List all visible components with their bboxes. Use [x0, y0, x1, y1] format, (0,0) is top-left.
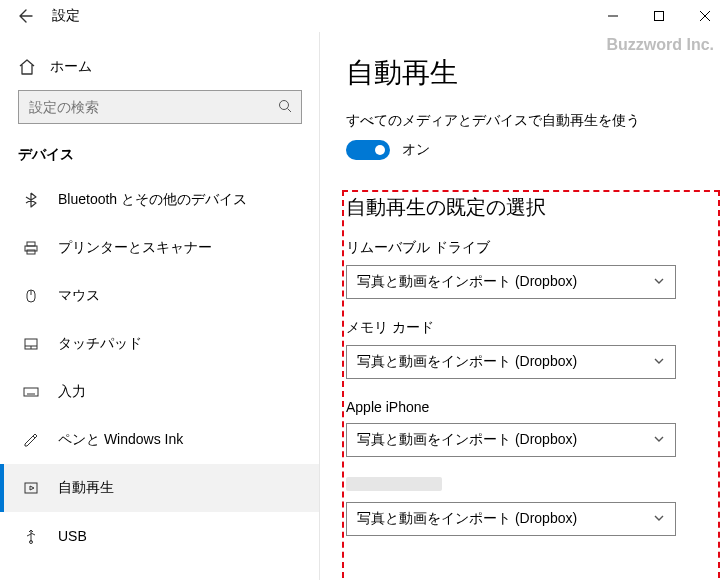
page-title: 自動再生: [346, 54, 702, 92]
sidebar: ホーム デバイス Bluetooth とその他のデバイスプリンターとスキャナーマ…: [0, 32, 320, 580]
svg-rect-14: [24, 388, 38, 396]
sidebar-item-label: ペンと Windows Ink: [58, 431, 183, 449]
search-field[interactable]: [27, 98, 277, 116]
minimize-button[interactable]: [590, 0, 636, 32]
sidebar-item-touchpad[interactable]: タッチパッド: [0, 320, 320, 368]
svg-rect-6: [27, 242, 35, 246]
sidebar-item-usb[interactable]: USB: [0, 512, 320, 560]
close-icon: [700, 11, 710, 21]
svg-point-4: [280, 100, 289, 109]
sidebar-item-bluetooth[interactable]: Bluetooth とその他のデバイス: [0, 176, 320, 224]
sidebar-item-label: プリンターとスキャナー: [58, 239, 212, 257]
sidebar-item-pen[interactable]: ペンと Windows Ink: [0, 416, 320, 464]
sidebar-item-keyboard[interactable]: 入力: [0, 368, 320, 416]
sidebar-section-label: デバイス: [0, 138, 320, 176]
sidebar-item-label: タッチパッド: [58, 335, 142, 353]
annotation-highlight: [342, 190, 720, 580]
autoplay-toggle[interactable]: [346, 140, 390, 160]
window-title: 設定: [46, 7, 80, 25]
home-icon: [18, 58, 36, 76]
pen-icon: [22, 432, 40, 448]
toggle-description: すべてのメディアとデバイスで自動再生を使う: [346, 112, 702, 130]
sidebar-item-mouse[interactable]: マウス: [0, 272, 320, 320]
minimize-icon: [608, 11, 618, 21]
autoplay-icon: [22, 480, 40, 496]
sidebar-item-printer[interactable]: プリンターとスキャナー: [0, 224, 320, 272]
svg-rect-20: [25, 483, 37, 493]
keyboard-icon: [22, 384, 40, 400]
close-button[interactable]: [682, 0, 728, 32]
mouse-icon: [22, 288, 40, 304]
maximize-icon: [654, 11, 664, 21]
svg-line-5: [288, 108, 292, 112]
touchpad-icon: [22, 336, 40, 352]
sidebar-item-label: 入力: [58, 383, 86, 401]
watermark: Buzzword Inc.: [606, 36, 714, 54]
sidebar-item-label: マウス: [58, 287, 100, 305]
sidebar-item-label: 自動再生: [58, 479, 114, 497]
sidebar-item-autoplay[interactable]: 自動再生: [0, 464, 320, 512]
toggle-state-label: オン: [402, 141, 430, 159]
search-icon: [277, 98, 293, 117]
window-controls: [590, 0, 728, 32]
sidebar-home[interactable]: ホーム: [0, 52, 320, 90]
search-input[interactable]: [18, 90, 302, 124]
svg-rect-1: [655, 12, 664, 21]
sidebar-home-label: ホーム: [50, 58, 92, 76]
usb-icon: [22, 528, 40, 544]
arrow-left-icon: [18, 8, 34, 24]
back-button[interactable]: [6, 0, 46, 32]
printer-icon: [22, 240, 40, 256]
maximize-button[interactable]: [636, 0, 682, 32]
sidebar-item-label: Bluetooth とその他のデバイス: [58, 191, 247, 209]
sidebar-item-label: USB: [58, 528, 87, 544]
bluetooth-icon: [22, 192, 40, 208]
